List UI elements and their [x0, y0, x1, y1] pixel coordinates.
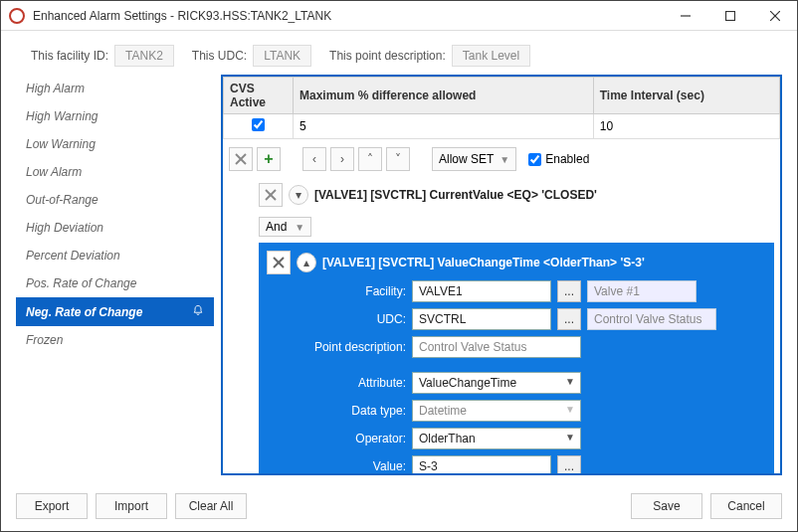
clear-all-button[interactable]: Clear All — [175, 493, 247, 519]
value-field-label: Value: — [267, 459, 406, 473]
sidebar-item-high-alarm[interactable]: High Alarm — [16, 75, 214, 102]
datatype-field-label: Data type: — [267, 404, 406, 418]
value-input[interactable] — [412, 455, 551, 473]
caret-down-icon: ▼ — [565, 432, 575, 443]
rule1-delete-button[interactable] — [259, 183, 283, 207]
sidebar-item-neg-rate[interactable]: Neg. Rate of Change — [16, 297, 214, 326]
sidebar-item-low-alarm[interactable]: Low Alarm — [16, 158, 214, 186]
pointdesc-field-label: Point description: — [267, 340, 406, 354]
sidebar-item-high-deviation[interactable]: High Deviation — [16, 214, 214, 242]
facility-id-value: TANK2 — [114, 45, 174, 67]
pointdesc-input — [412, 336, 581, 358]
settings-grid: CVS Active Maximum % difference allowed … — [223, 77, 780, 139]
rule2-panel: ▴ [VALVE1] [SVCTRL] ValueChangeTime <Old… — [259, 243, 774, 473]
caret-down-icon: ▼ — [565, 404, 575, 415]
rule2-collapse-button[interactable]: ▴ — [297, 253, 316, 272]
svg-rect-1 — [725, 11, 734, 20]
maximize-button[interactable] — [707, 1, 752, 30]
udc-value: LTANK — [253, 45, 311, 67]
col-time-interval[interactable]: Time Interval (sec) — [593, 78, 779, 114]
facility-desc: Valve #1 — [587, 280, 697, 302]
col-max-pct[interactable]: Maximum % difference allowed — [294, 78, 594, 114]
add-rule-button[interactable]: + — [257, 147, 281, 171]
close-button[interactable] — [752, 1, 797, 30]
udc-label: This UDC: — [192, 49, 247, 63]
rule1-text: [VALVE1] [SVCTRL] CurrentValue <EQ> 'CLO… — [314, 188, 597, 202]
sidebar-item-pos-rate[interactable]: Pos. Rate of Change — [16, 269, 214, 297]
datatype-select — [412, 400, 581, 422]
cvs-active-checkbox[interactable] — [252, 118, 265, 131]
udc-field-label: UDC: — [267, 312, 406, 326]
content-pane: CVS Active Maximum % difference allowed … — [221, 75, 782, 475]
enabled-checkbox[interactable] — [528, 153, 541, 166]
operator-select[interactable] — [412, 428, 581, 449]
interval-cell[interactable]: 10 — [593, 114, 779, 139]
col-cvs-active[interactable]: CVS Active — [224, 78, 294, 114]
app-icon — [9, 8, 25, 24]
enabled-checkbox-wrap[interactable]: Enabled — [528, 152, 589, 166]
caret-down-icon: ▼ — [565, 376, 575, 387]
rule2-text: [VALVE1] [SVCTRL] ValueChangeTime <Older… — [322, 256, 645, 269]
delete-rule-button[interactable] — [229, 147, 253, 171]
udc-input[interactable] — [412, 308, 551, 330]
nav-left-button[interactable]: ‹ — [302, 147, 326, 171]
value-browse-button[interactable]: ... — [557, 455, 581, 473]
enabled-label: Enabled — [545, 152, 589, 166]
nav-right-button[interactable]: › — [330, 147, 354, 171]
rule2-delete-button[interactable] — [267, 251, 291, 274]
sidebar-item-out-of-range[interactable]: Out-of-Range — [16, 186, 214, 214]
max-pct-cell[interactable]: 5 — [294, 114, 594, 139]
nav-down-button[interactable]: ˅ — [386, 147, 410, 171]
facility-id-label: This facility ID: — [31, 49, 108, 63]
attribute-field-label: Attribute: — [267, 376, 406, 390]
export-button[interactable]: Export — [16, 493, 88, 519]
rule1-expand-button[interactable]: ▾ — [289, 185, 308, 205]
facility-input[interactable] — [412, 280, 551, 302]
save-button[interactable]: Save — [631, 493, 702, 519]
point-desc-value: Tank Level — [452, 45, 530, 67]
facility-browse-button[interactable]: ... — [557, 280, 581, 302]
cancel-button[interactable]: Cancel — [710, 493, 782, 519]
logic-op-dropdown[interactable]: And ▼ — [259, 217, 311, 237]
facility-field-label: Facility: — [267, 284, 406, 298]
minimize-button[interactable] — [663, 1, 707, 30]
attribute-select[interactable] — [412, 372, 581, 394]
sidebar-item-percent-deviation[interactable]: Percent Deviation — [16, 242, 214, 269]
udc-desc: Control Valve Status — [587, 308, 716, 330]
sidebar-item-low-warning[interactable]: Low Warning — [16, 130, 214, 158]
operator-field-label: Operator: — [267, 432, 406, 445]
sidebar-item-high-warning[interactable]: High Warning — [16, 102, 214, 130]
udc-browse-button[interactable]: ... — [557, 308, 581, 330]
caret-down-icon: ▼ — [499, 154, 509, 165]
nav-up-button[interactable]: ˄ — [358, 147, 382, 171]
caret-down-icon: ▼ — [295, 222, 304, 233]
window-title: Enhanced Alarm Settings - RICK93.HSS:TAN… — [33, 9, 663, 23]
import-button[interactable]: Import — [96, 493, 167, 519]
sidebar-item-frozen[interactable]: Frozen — [16, 326, 214, 354]
bell-icon — [192, 304, 204, 319]
allow-set-dropdown[interactable]: Allow SET ▼ — [432, 147, 516, 171]
alarm-type-list: High Alarm High Warning Low Warning Low … — [16, 75, 215, 475]
point-desc-label: This point description: — [329, 49, 446, 63]
